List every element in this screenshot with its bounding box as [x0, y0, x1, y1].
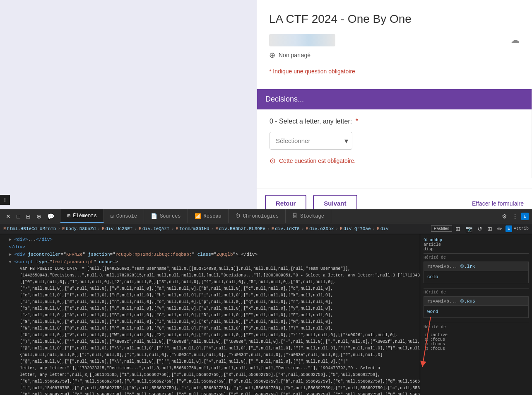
bug-button[interactable]: ! — [0, 195, 10, 205]
breadcrumb-div3[interactable]: div.RH5hzf.RLS9Fe — [219, 226, 265, 231]
tree-data-line-10: ["N",null,null,0],["O",null,null,0],["P"… — [0, 325, 420, 332]
pastilles-button[interactable]: Pastilles — [431, 225, 452, 232]
styles-panel: ① addnp article disp Hérité de rs=AMiVb.… — [420, 234, 532, 395]
breadcrumb-e8: E — [306, 226, 308, 231]
devtools-target-button[interactable]: ⊕ — [35, 212, 43, 221]
devtools-settings-btn[interactable]: ⚙ — [500, 212, 509, 221]
breadcrumb-e7: E — [272, 226, 274, 231]
share-row: ⊕ Non partagé — [269, 51, 520, 60]
tree-data-line-11: ["U",null,null,0],["V",null,null,0],["W"… — [0, 332, 420, 339]
pen-btn[interactable]: ✏ — [496, 225, 504, 233]
share-label: Non partagé — [279, 52, 311, 58]
select-wrapper[interactable]: Sélectionner abcd efgh ijkl mnop qrst uv… — [270, 132, 352, 150]
breadcrumb-e6: E — [215, 226, 218, 231]
focus2-state[interactable]: □ :focus — [425, 342, 527, 347]
question-label: 0 - Select a letter, any letter: * — [270, 118, 519, 125]
share-icon: ⊕ — [269, 51, 275, 60]
breadcrumb-e3: E — [102, 226, 105, 231]
letter-select[interactable]: Sélectionner abcd efgh ijkl mnop qrst uv… — [270, 132, 352, 150]
tree-line-2: </div> — [0, 243, 420, 251]
breadcrumb-e5: E — [176, 226, 178, 231]
grid-btn[interactable]: ⊞ — [486, 225, 494, 233]
tree-data-line-8: ["z",null,null,0],["A",null,null,0],["B"… — [0, 312, 420, 319]
tree-data-line-20: ["n",null,556692759],["o",null,556692759… — [0, 392, 420, 395]
devtools-topbar: ✕ □ ⊟ ⊕ 💬 ⊞ Éléments ⊡ Console 📄 Sources… — [0, 209, 532, 223]
section-card: Decisions... 0 - Select a letter, any le… — [257, 89, 532, 178]
styles-section-1-header: rs=AMiVb... ①.lrK — [424, 262, 528, 271]
avatar-placeholder — [269, 34, 335, 46]
breadcrumb-e4: E — [139, 226, 142, 231]
tree-data-line-2: [1442650943,"Decisions...",null,8,null,1… — [0, 272, 420, 279]
tree-data-line-16: letter, any letter:"]],[1782028315,"Deci… — [0, 365, 420, 372]
screenshot-btn[interactable]: 📷 — [464, 225, 474, 233]
tree-data-line-9: ["G",null,null,0],["H",null,null,0],["I"… — [0, 319, 420, 325]
styles-section-2-header: rs=AMiVb... ①.RH5 — [424, 297, 528, 306]
network-tab-label: Réseau — [204, 213, 221, 219]
tree-data-line-1: var FB_PUBLIC_LOAD_DATA_ = [null,[[64925… — [0, 266, 420, 272]
error-message: Cette question est obligatoire. — [279, 158, 356, 164]
focus3-state[interactable]: □ :focus — [425, 347, 527, 351]
devtools-close-group: ✕ □ ⊟ ⊕ 💬 — [0, 209, 60, 223]
tree-data-line-6: ["l",null,null,0],["m",null,null,0],["n"… — [0, 299, 420, 305]
breadcrumb-e9: E — [340, 226, 343, 231]
clear-form-link[interactable]: Effacer le formulaire — [472, 200, 524, 207]
breadcrumb-html[interactable]: html.HB1eCd-UMrnmb — [7, 226, 56, 231]
tree-data-line-18: ["6",null,556692759],["7",null,556692759… — [0, 378, 420, 385]
addnp-label: ① addnp article disp — [424, 237, 529, 252]
storage-tab-icon: 🗄 — [292, 213, 298, 219]
breadcrumb-e2: E — [62, 226, 65, 231]
storage-tab-label: Stockage — [300, 213, 324, 219]
herite-label-3: Hérité de — [424, 323, 529, 330]
tab-storage[interactable]: 🗄 Stockage — [286, 209, 331, 223]
form-title: LA CTF 2024 - One By One — [269, 12, 520, 26]
section-body: 0 - Select a letter, any letter: * Sélec… — [257, 109, 532, 178]
elements-tab-icon: ⊞ — [67, 213, 70, 219]
active-state[interactable]: □ :active — [425, 333, 527, 337]
breadcrumb-div2[interactable]: div.teQAzf — [142, 226, 170, 231]
devtools-device-button[interactable]: 💬 — [46, 212, 56, 221]
breadcrumb-body[interactable]: body.D8bnZd — [66, 226, 96, 231]
devtools-expand-button[interactable]: □ — [15, 212, 22, 221]
devtools-dock-button[interactable]: ⊟ — [24, 212, 32, 221]
console-tab-label: Console — [116, 213, 137, 219]
breadcrumb-div4[interactable]: div.lrKTG — [275, 226, 299, 231]
question-text: 0 - Select a letter, any letter: — [270, 118, 352, 125]
tab-elements[interactable]: ⊞ Éléments — [60, 209, 104, 223]
herite-label-1: Hérité de — [424, 253, 529, 260]
elements-tab-label: Éléments — [73, 213, 97, 219]
devtools-more-btn[interactable]: ⋮ — [510, 212, 520, 221]
tree-data-line-12: [")",null,null,0],["*",null,null,0],["\u… — [0, 339, 420, 345]
tab-network[interactable]: 📶 Réseau — [188, 209, 229, 223]
tab-console[interactable]: ⊡ Console — [104, 209, 144, 223]
breadcrumb-div7[interactable]: div — [380, 226, 389, 231]
style-line-1: colo — [427, 274, 525, 279]
filter-btn[interactable]: ⊞ — [454, 225, 462, 233]
timelines-tab-icon: ⏱ — [235, 213, 241, 219]
breadcrumb-div6[interactable]: div.Qr7Oae — [344, 226, 371, 231]
breadcrumb-form[interactable]: form#mG61Hd — [179, 226, 209, 231]
devtools-tabs: ⊞ Éléments ⊡ Console 📄 Sources 📶 Réseau … — [60, 209, 497, 223]
pseudo-states: □ :active □ :focus □ :focus □ :focus — [424, 331, 529, 353]
styles-section-2-body: word — [424, 306, 528, 317]
tree-data-line-14: {null,null,null,null,0],[":",null,null,0… — [0, 352, 420, 359]
breadcrumb-div5[interactable]: div.o3Dpx — [309, 226, 334, 231]
breadcrumb-div1[interactable]: div.Uc2NEf — [106, 226, 133, 231]
tree-line-3: ▶ <div jscontroller="KFVhZe" jsaction="r… — [0, 251, 420, 258]
breadcrumb-e-prefix: E — [3, 226, 6, 231]
tab-timelines[interactable]: ⏱ Chronologies — [229, 209, 286, 223]
network-tab-icon: 📶 — [195, 213, 201, 220]
tree-data-line-7: ["s",null,null,0],["t",null,null,0],["u"… — [0, 305, 420, 312]
refresh-btn[interactable]: ↺ — [476, 225, 484, 233]
devtools-close-button[interactable]: ✕ — [4, 212, 12, 221]
sources-tab-label: Sources — [160, 213, 181, 219]
timelines-tab-label: Chronologies — [243, 213, 279, 219]
style-line-2: word — [427, 309, 525, 314]
devtools-body: ▶ <div>...</div> </div> ▶ <div jscontrol… — [0, 234, 532, 395]
tree-line-4: ▼ <script type="text/javascript" nonce=> — [0, 258, 420, 266]
tab-sources[interactable]: 📄 Sources — [144, 209, 188, 223]
tree-data-line-15: ["@",null,null,0],["[",null,null,0],["\\… — [0, 359, 420, 365]
elements-tree-panel[interactable]: ▶ <div>...</div> </div> ▶ <div jscontrol… — [0, 234, 420, 395]
required-note: * Indique une question obligatoire — [269, 68, 520, 75]
focus-state[interactable]: □ :focus — [425, 337, 527, 342]
tree-data-line-19: ["f",null,1540876785],["g",null,55669275… — [0, 385, 420, 392]
